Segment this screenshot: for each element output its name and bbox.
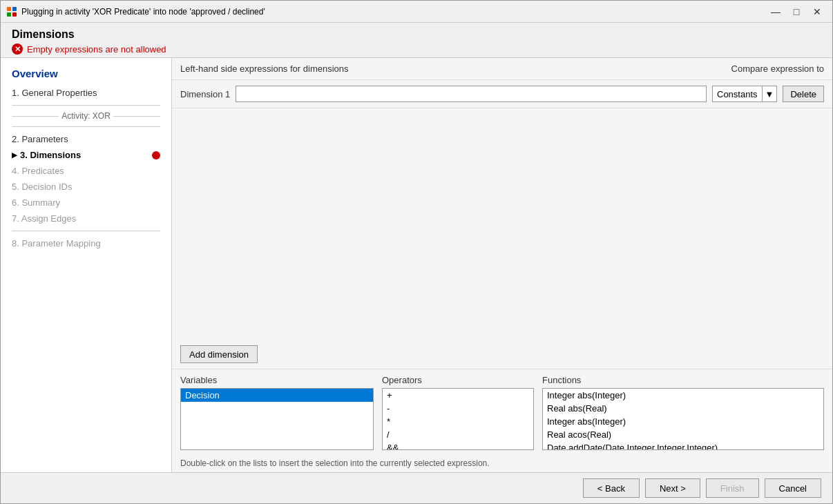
panel-header-left: Left-hand side expressions for dimension…	[180, 64, 349, 74]
list-item[interactable]: Real acos(Real)	[543, 428, 823, 441]
operators-list[interactable]: + - * / &&	[382, 388, 534, 450]
back-button[interactable]: < Back	[583, 478, 640, 498]
list-item[interactable]: Integer abs(Integer)	[543, 415, 823, 428]
variables-label: Variables	[180, 369, 374, 385]
main-content: Overview 1. General Properties Activity:…	[1, 57, 832, 472]
functions-section: Functions Integer abs(Integer) Real abs(…	[542, 369, 824, 450]
panel-header: Left-hand side expressions for dimension…	[172, 58, 832, 80]
svg-rect-0	[7, 7, 11, 11]
operators-section: Operators + - * / &&	[382, 369, 534, 450]
error-icon: ✕	[12, 43, 23, 55]
svg-rect-2	[7, 12, 11, 17]
list-item[interactable]: Date addDate(Date,Integer,Integer,Intege…	[543, 441, 823, 450]
finish-button[interactable]: Finish	[706, 478, 759, 498]
list-item[interactable]: *	[383, 415, 533, 428]
hint-text: Double-click on the lists to insert the …	[172, 456, 832, 472]
list-item[interactable]: &&	[383, 441, 533, 450]
sidebar-item-label: 5. Decision IDs	[12, 182, 72, 192]
sidebar-item-label: 3. Dimensions	[20, 150, 81, 160]
list-item[interactable]: Integer abs(Integer)	[543, 389, 823, 402]
sidebar-item-dimensions[interactable]: ▶ 3. Dimensions	[1, 147, 171, 163]
minimize-button[interactable]: —	[766, 5, 785, 19]
sidebar-item-assign-edges: 7. Assign Edges	[1, 211, 171, 226]
sidebar-item-general-properties[interactable]: 1. General Properties	[1, 85, 171, 101]
list-item[interactable]: -	[383, 402, 533, 415]
sidebar-item-label: 1. General Properties	[12, 88, 97, 98]
app-icon	[6, 6, 17, 17]
sidebar-item-label: 4. Predicates	[12, 166, 64, 176]
window-title: Plugging in activity 'XOR Predicate' int…	[21, 7, 766, 17]
list-item[interactable]: +	[383, 389, 533, 402]
variables-list[interactable]: Decision	[180, 388, 374, 450]
sidebar-item-label: 2. Parameters	[12, 134, 68, 144]
delete-button[interactable]: Delete	[783, 86, 824, 102]
cancel-button[interactable]: Cancel	[765, 478, 821, 498]
sidebar-item-parameter-mapping: 8. Parameter Mapping	[1, 235, 171, 251]
functions-list[interactable]: Integer abs(Integer) Real abs(Real) Inte…	[542, 388, 824, 450]
main-window: Plugging in activity 'XOR Predicate' int…	[0, 0, 833, 504]
sidebar-item-label: 8. Parameter Mapping	[12, 238, 101, 249]
functions-label: Functions	[542, 369, 824, 385]
sidebar-divider	[12, 105, 160, 106]
operators-label: Operators	[382, 369, 534, 385]
header-area: Dimensions ✕ Empty expressions are not a…	[1, 23, 832, 57]
bottom-lists: Variables Decision Operators + - * / &&	[172, 369, 832, 456]
footer: < Back Next > Finish Cancel	[1, 472, 832, 503]
sidebar: Overview 1. General Properties Activity:…	[1, 58, 172, 472]
page-title: Dimensions	[12, 28, 821, 41]
list-item[interactable]: /	[383, 428, 533, 441]
list-item[interactable]: Real abs(Real)	[543, 402, 823, 415]
sidebar-item-summary: 6. Summary	[1, 195, 171, 211]
sidebar-item-parameters[interactable]: 2. Parameters	[1, 131, 171, 147]
dimension-row: Dimension 1 Constants ▼ Delete	[172, 80, 832, 108]
svg-rect-1	[12, 7, 17, 11]
next-button[interactable]: Next >	[645, 478, 700, 498]
constants-dropdown[interactable]: Constants ▼	[712, 86, 777, 102]
expression-area	[172, 108, 832, 340]
sidebar-divider-3	[12, 231, 160, 231]
expand-arrow-icon: ▶	[12, 151, 17, 159]
sidebar-item-label: 7. Assign Edges	[12, 213, 76, 224]
error-message: ✕ Empty expressions are not allowed	[12, 43, 821, 55]
error-text: Empty expressions are not allowed	[27, 44, 166, 55]
sidebar-title: Overview	[1, 64, 171, 85]
dimension-input[interactable]	[236, 86, 707, 102]
constants-dropdown-arrow-icon[interactable]: ▼	[762, 86, 777, 101]
window-controls: — □ ✕	[766, 5, 827, 19]
constants-text: Constants	[713, 88, 762, 101]
add-dimension-area: Add dimension	[172, 340, 832, 369]
sidebar-item-decision-ids: 5. Decision IDs	[1, 179, 171, 195]
list-item[interactable]: Decision	[181, 389, 373, 402]
svg-rect-3	[12, 12, 17, 17]
sidebar-divider-2	[12, 126, 160, 127]
right-panel: Left-hand side expressions for dimension…	[172, 58, 832, 472]
sidebar-item-predicates: 4. Predicates	[1, 163, 171, 179]
close-button[interactable]: ✕	[807, 5, 827, 19]
panel-header-right: Compare expression to	[731, 64, 824, 74]
error-dot-icon	[152, 151, 160, 159]
dimension-label: Dimension 1	[180, 89, 230, 99]
add-dimension-button[interactable]: Add dimension	[180, 345, 258, 363]
sidebar-item-label: 6. Summary	[12, 197, 60, 208]
restore-button[interactable]: □	[787, 5, 806, 19]
sidebar-group-activity: Activity: XOR	[1, 110, 171, 122]
variables-section: Variables Decision	[180, 369, 374, 450]
titlebar: Plugging in activity 'XOR Predicate' int…	[1, 1, 832, 23]
